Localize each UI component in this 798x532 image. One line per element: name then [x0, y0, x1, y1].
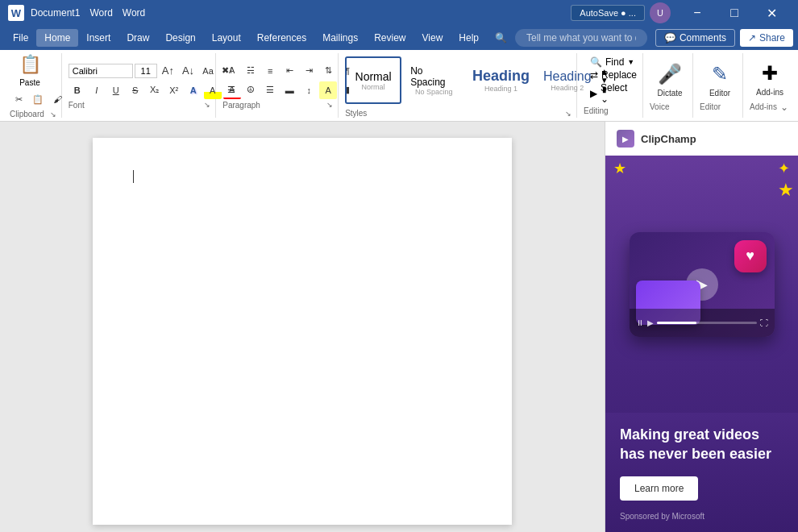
menu-file[interactable]: File — [5, 29, 36, 47]
numbering-button[interactable]: ☵ — [242, 62, 260, 80]
styles-gallery: Normal Normal No Spacing No Spacing Head… — [345, 53, 610, 107]
menu-view[interactable]: View — [414, 29, 451, 47]
dictate-button[interactable]: 🎤 Dictate — [650, 60, 690, 101]
select-icon: ▶ — [590, 88, 597, 99]
dictate-label: Dictate — [657, 89, 682, 98]
comments-icon: 💬 — [664, 32, 676, 44]
menu-design[interactable]: Design — [157, 29, 203, 47]
multilevel-button[interactable]: ≡ — [261, 62, 279, 80]
font-grow-button[interactable]: A↑ — [159, 62, 177, 80]
clipchamp-logo: ▶ — [617, 130, 634, 148]
font-row1: A↑ A↓ Aa ✖A — [69, 62, 239, 80]
ribbon-group-clipboard: 📋 Paste ✂ 📋 🖌 Clipboard ↘ — [5, 53, 62, 118]
italic-button[interactable]: I — [88, 81, 106, 99]
search-input[interactable] — [526, 32, 636, 44]
increase-indent-button[interactable]: ⇥ — [300, 62, 318, 80]
addins-group-bottom: Add-ins ⌄ — [750, 102, 788, 113]
title-bar: W Document1 Word Word AutoSave ● ... U −… — [0, 0, 798, 26]
paste-button[interactable]: 📋 Paste — [10, 52, 50, 89]
ribbon-group-voice: 🎤 Dictate Voice — [645, 53, 693, 118]
editing-group-bottom: Editing — [584, 106, 638, 115]
subscript-button[interactable]: X₂ — [146, 81, 164, 99]
menu-references[interactable]: References — [249, 29, 314, 47]
menu-mailings[interactable]: Mailings — [314, 29, 366, 47]
text-effects-button[interactable]: A — [185, 81, 202, 99]
justify-button[interactable]: ▬ — [281, 81, 298, 99]
maximize-button[interactable]: □ — [716, 0, 753, 26]
bullets-button[interactable]: ⁝ — [222, 62, 240, 80]
find-button[interactable]: 🔍 Find ▼ — [590, 56, 637, 68]
line-spacing-button[interactable]: ↕ — [300, 81, 318, 99]
document-area[interactable] — [0, 122, 605, 532]
main-area: ▶ ClipChamp ★ ✦ ★ ▶ ♥ ⏸ ▶ — [0, 122, 798, 532]
font-name-input[interactable] — [69, 64, 133, 78]
menu-insert[interactable]: Insert — [78, 29, 118, 47]
search-box[interactable] — [515, 29, 647, 47]
ribbon-group-font: A↑ A↓ Aa ✖A B I U S X₂ X² A A A Font ↘ — [64, 53, 216, 118]
share-button[interactable]: ↗ Share — [740, 29, 793, 47]
side-panel: ▶ ClipChamp ★ ✦ ★ ▶ ♥ ⏸ ▶ — [605, 122, 798, 532]
star-icon-1: ★ — [613, 160, 626, 177]
ad-title: Making great videos has never been easie… — [620, 426, 783, 463]
ad-header: ▶ ClipChamp — [605, 122, 798, 156]
menu-draw[interactable]: Draw — [118, 29, 157, 47]
select-button[interactable]: ▶ Select ⌄ — [590, 82, 637, 105]
menu-search-icon[interactable]: 🔍 — [487, 29, 515, 47]
document-title: Document1 — [31, 7, 80, 19]
close-button[interactable]: ✕ — [753, 0, 790, 26]
editor-label: Editor — [709, 89, 730, 98]
strikethrough-button[interactable]: S — [127, 81, 144, 99]
learn-more-button[interactable]: Learn more — [620, 476, 698, 501]
replace-icon: ⇄ — [590, 69, 598, 81]
superscript-button[interactable]: X² — [165, 81, 183, 99]
style-no-spacing[interactable]: No Spacing No Spacing — [402, 56, 465, 104]
dictate-icon: 🎤 — [658, 63, 682, 85]
clipboard-group-bottom: Clipboard ↘ — [10, 110, 56, 118]
menu-layout[interactable]: Layout — [204, 29, 249, 47]
change-case-button[interactable]: Aa — [199, 62, 217, 80]
ribbon-content: 📋 Paste ✂ 📋 🖌 Clipboard ↘ A↑ A↓ Aa — [0, 50, 798, 121]
voice-group-bottom: Voice — [650, 102, 688, 111]
replace-button[interactable]: ⇄ Replace — [590, 69, 637, 81]
style-no-spacing-sub: No Spacing — [415, 88, 453, 96]
minimize-button[interactable]: − — [679, 0, 716, 26]
user-avatar[interactable]: U — [650, 2, 671, 23]
copy-button[interactable]: 📋 — [29, 90, 47, 108]
addins-button[interactable]: ✚ Add-ins — [750, 59, 790, 100]
ribbon-group-paragraph: ⁝ ☵ ≡ ⇤ ⇥ ⇅ ¶ ☰ ☮ ☰ ▬ ↕ A ▮ Paragraph ↘ — [218, 53, 339, 118]
cc-logo-icon: ▶ — [622, 135, 629, 143]
shading-button[interactable]: A — [319, 81, 337, 99]
underline-button[interactable]: U — [107, 81, 125, 99]
ribbon-group-addins: ✚ Add-ins Add-ins ⌄ — [745, 53, 793, 118]
ribbon-group-editing: 🔍 Find ▼ ⇄ Replace ▶ Select ⌄ Editing — [579, 53, 643, 118]
font-shrink-button[interactable]: A↓ — [179, 62, 197, 80]
menu-help[interactable]: Help — [451, 29, 487, 47]
select-label: Select ⌄ — [601, 82, 637, 105]
align-center-button[interactable]: ☮ — [242, 81, 260, 99]
autosave-button[interactable]: AutoSave ● ... — [571, 5, 645, 21]
text-cursor — [133, 170, 134, 183]
sort-button[interactable]: ⇅ — [319, 62, 337, 80]
style-normal[interactable]: Normal Normal — [345, 56, 401, 104]
menu-home[interactable]: Home — [36, 29, 78, 47]
replace-label: Replace — [601, 69, 637, 81]
style-heading1-label: Heading — [472, 68, 530, 85]
align-right-button[interactable]: ☰ — [261, 81, 279, 99]
clipchamp-ad: ▶ ClipChamp ★ ✦ ★ ▶ ♥ ⏸ ▶ — [605, 122, 798, 532]
comments-button[interactable]: 💬 Comments — [655, 29, 735, 47]
editor-button[interactable]: ✎ Editor — [700, 60, 740, 101]
clipboard-buttons: 📋 Paste — [10, 52, 50, 89]
font-row2: B I U S X₂ X² A A A — [69, 81, 241, 99]
style-heading1[interactable]: Heading Heading 1 — [466, 56, 536, 104]
bold-button[interactable]: B — [69, 81, 86, 99]
editing-buttons: 🔍 Find ▼ ⇄ Replace ▶ Select ⌄ — [584, 56, 643, 105]
document-page[interactable] — [93, 138, 512, 525]
font-size-input[interactable] — [135, 64, 157, 78]
style-normal-sub: Normal — [362, 83, 385, 91]
ribbon-group-styles: Normal Normal No Spacing No Spacing Head… — [340, 53, 577, 118]
menu-review[interactable]: Review — [366, 29, 414, 47]
progress-bar — [657, 322, 757, 324]
cut-button[interactable]: ✂ — [10, 90, 27, 108]
decrease-indent-button[interactable]: ⇤ — [281, 62, 298, 80]
align-left-button[interactable]: ☰ — [222, 81, 240, 99]
